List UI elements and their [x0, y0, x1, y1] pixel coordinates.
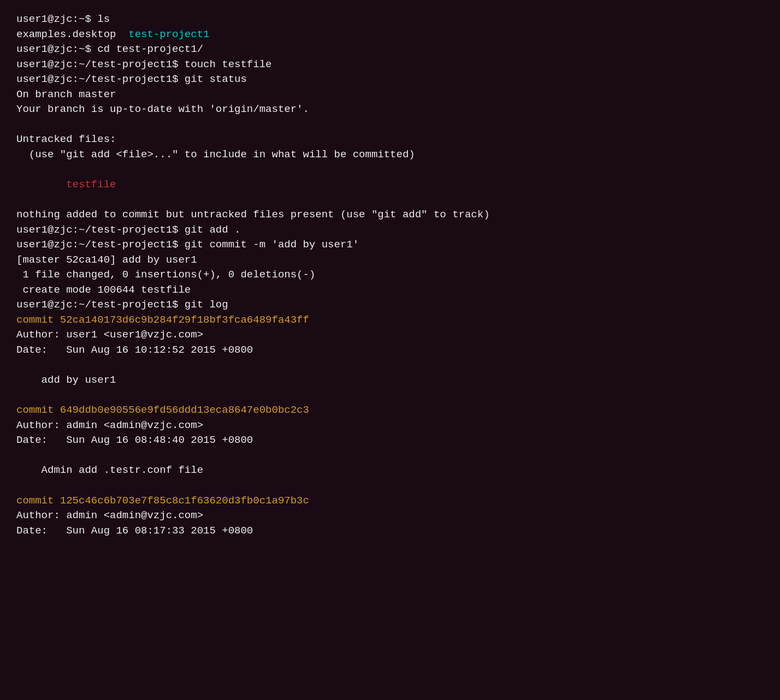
blank-line: [16, 478, 764, 494]
terminal-line: On branch master: [16, 87, 764, 103]
terminal-text-segment: examples.desktop: [16, 28, 128, 40]
terminal-line: Date: Sun Aug 16 10:12:52 2015 +0800: [16, 343, 764, 358]
terminal-line: commit 125c46c6b703e7f85c8c1f63620d3fb0c…: [16, 494, 764, 509]
terminal-line: examples.desktop test-project1: [16, 27, 764, 43]
terminal-line: nothing added to commit but untracked fi…: [16, 207, 764, 223]
blank-line: [16, 448, 764, 464]
terminal-line: 1 file changed, 0 insertions(+), 0 delet…: [16, 268, 764, 283]
terminal-line: commit 649ddb0e90556e9fd56ddd13eca8647e0…: [16, 403, 764, 418]
terminal-line: Your branch is up-to-date with 'origin/m…: [16, 102, 764, 117]
terminal-output: user1@zjc:~$ lsexamples.desktop test-pro…: [16, 12, 764, 538]
terminal-line: testfile: [16, 177, 764, 193]
terminal-line: Author: admin <admin@vzjc.com>: [16, 508, 764, 524]
terminal-line: Untracked files:: [16, 132, 764, 147]
blank-line: [16, 193, 764, 208]
terminal-line: user1@zjc:~/test-project1$ git commit -m…: [16, 238, 764, 253]
terminal-line: Date: Sun Aug 16 08:17:33 2015 +0800: [16, 524, 764, 539]
blank-line: [16, 117, 764, 133]
terminal-line: Author: user1 <user1@vzjc.com>: [16, 328, 764, 343]
terminal-text-segment: test-project1: [128, 28, 209, 40]
blank-line: [16, 388, 764, 404]
terminal-line: user1@zjc:~$ ls: [16, 12, 764, 27]
terminal-line: create mode 100644 testfile: [16, 283, 764, 298]
terminal-line: user1@zjc:~$ cd test-project1/: [16, 42, 764, 57]
terminal-window: user1@zjc:~$ lsexamples.desktop test-pro…: [9, 7, 771, 700]
terminal-line: add by user1: [16, 373, 764, 388]
terminal-line: user1@zjc:~/test-project1$ git status: [16, 72, 764, 87]
terminal-line: Date: Sun Aug 16 08:48:40 2015 +0800: [16, 433, 764, 448]
terminal-line: user1@zjc:~/test-project1$ touch testfil…: [16, 57, 764, 73]
terminal-line: Admin add .testr.conf file: [16, 463, 764, 478]
blank-line: [16, 162, 764, 177]
terminal-line: [master 52ca140] add by user1: [16, 253, 764, 268]
terminal-line: user1@zjc:~/test-project1$ git add .: [16, 223, 764, 238]
terminal-line: user1@zjc:~/test-project1$ git log: [16, 298, 764, 313]
terminal-line: (use "git add <file>..." to include in w…: [16, 147, 764, 163]
blank-line: [16, 358, 764, 373]
terminal-line: commit 52ca140173d6c9b284f29f18bf3fca648…: [16, 313, 764, 328]
terminal-line: Author: admin <admin@vzjc.com>: [16, 418, 764, 434]
